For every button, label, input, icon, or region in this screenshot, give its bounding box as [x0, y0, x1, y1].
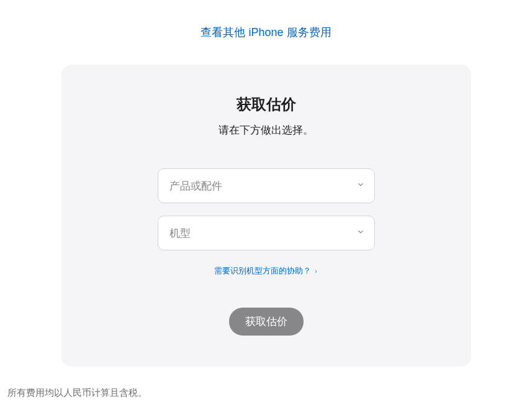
identify-model-help-link[interactable]: 需要识别机型方面的协助？: [214, 265, 318, 277]
view-other-services-link[interactable]: 查看其他 iPhone 服务费用: [201, 26, 331, 39]
top-link-wrapper: 查看其他 iPhone 服务费用: [0, 25, 532, 40]
card-title: 获取估价: [99, 94, 434, 114]
footer-line-1: 所有费用均以人民币计算且含税。: [7, 384, 525, 402]
model-select[interactable]: 机型: [158, 216, 375, 250]
get-estimate-button[interactable]: 获取估价: [229, 308, 304, 336]
product-select[interactable]: 产品或配件: [158, 168, 375, 203]
estimate-card: 获取估价 请在下方做出选择。 产品或配件 机型 需要识别机型方面的协助？: [61, 65, 471, 367]
chevron-right-icon: [313, 267, 318, 276]
model-select-placeholder: 机型: [169, 226, 191, 240]
model-select-wrapper: 机型: [158, 216, 375, 250]
product-select-wrapper: 产品或配件: [158, 168, 375, 203]
help-link-label: 需要识别机型方面的协助？: [214, 265, 311, 277]
card-subtitle: 请在下方做出选择。: [99, 123, 434, 137]
product-select-placeholder: 产品或配件: [169, 179, 222, 193]
footer-text: 所有费用均以人民币计算且含税。 截至 2023 年 2 月底，保外电池服务的费用…: [0, 367, 532, 412]
